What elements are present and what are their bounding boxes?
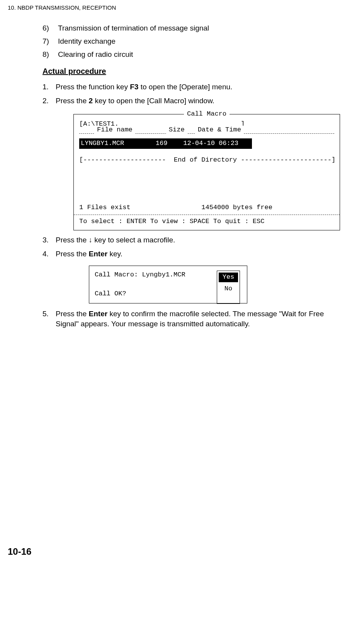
body-content: 6)Transmission of termination of message… (43, 23, 349, 329)
yes-button[interactable]: Yes (219, 273, 238, 282)
step-text: Press the Enter key. (56, 250, 122, 258)
step-1: 1.Press the function key F3 to open the … (43, 82, 349, 92)
item-number: 8) (43, 49, 58, 60)
text-fragment: key to open the [Call Macro] window. (93, 97, 214, 105)
text-fragment: Press the (56, 97, 89, 105)
step-text: Press the function key F3 to open the [O… (56, 83, 232, 91)
step-3: 3.Press the ↓ key to select a macrofile. (43, 235, 349, 245)
chapter-header: 10. NBDP TRANSMISSION, RECEPTION (8, 4, 349, 12)
key-name: 2 (89, 97, 93, 105)
step-number: 1. (43, 82, 56, 92)
file-row-selected[interactable]: LYNGBY1.MCR 169 12-04-10 06:23 (79, 138, 334, 149)
step-number: 2. (43, 96, 56, 106)
confirm-dialog: Call Macro: Lyngby1.MCR Call OK? Yes No (89, 266, 247, 303)
step-4: 4.Press the Enter key. (43, 249, 349, 259)
step-2: 2.Press the 2 key to open the [Call Macr… (43, 96, 349, 106)
status-line: 1 Files exist 1454000 bytes free (79, 203, 334, 212)
window-title: Call Macro (184, 110, 230, 119)
col-file-name: File name (95, 126, 135, 135)
list-item-7: 7)Identity exchange (43, 36, 349, 46)
page: 10. NBDP TRANSMISSION, RECEPTION 6)Trans… (0, 0, 364, 573)
step-number: 5. (43, 309, 56, 329)
step-text: Press the 2 key to open the [Call Macro]… (56, 97, 214, 105)
item-number: 7) (43, 36, 58, 46)
text-fragment: to open the [Operate] menu. (138, 83, 232, 91)
step-number: 3. (43, 235, 56, 245)
section-heading: Actual procedure (43, 66, 349, 77)
key-name: Enter (89, 250, 108, 258)
step-text: Press the ↓ key to select a macrofile. (56, 236, 175, 244)
step-number: 4. (43, 249, 56, 259)
item-number: 6) (43, 23, 58, 33)
list-item-6: 6)Transmission of termination of message… (43, 23, 349, 33)
text-fragment: Press the (56, 250, 89, 258)
no-button[interactable]: No (217, 285, 240, 293)
text-fragment: Press the function key (56, 83, 130, 91)
col-size: Size (167, 126, 187, 135)
file-row-text: LYNGBY1.MCR 169 12-04-10 06:23 (79, 138, 252, 149)
call-macro-window: Call Macro [A:\TEST1. ] File name Size D… (73, 114, 340, 230)
item-text: Clearing of radio circuit (58, 50, 133, 58)
end-of-directory: [--------------------- End of Directory … (79, 156, 334, 165)
page-number: 10-16 (8, 545, 349, 558)
step-5: 5. Press the Enter key to confirm the ma… (43, 309, 349, 329)
item-text: Transmission of termination of message s… (58, 24, 209, 32)
text-fragment: Press the (56, 310, 89, 318)
item-text: Identity exchange (58, 37, 116, 45)
step-text: Press the Enter key to confirm the macro… (56, 309, 349, 329)
text-fragment: key. (107, 250, 122, 258)
list-item-8: 8)Clearing of radio circuit (43, 49, 349, 60)
help-line: To select : ENTER To view : SPACE To qui… (74, 215, 340, 226)
options-box: Yes No (217, 271, 240, 304)
column-header-divider: File name Size Date & Time (79, 130, 334, 134)
key-name: Enter (89, 310, 108, 318)
col-date-time: Date & Time (196, 126, 243, 135)
key-name: F3 (130, 83, 138, 91)
yes-no-group: Yes No (217, 271, 240, 304)
